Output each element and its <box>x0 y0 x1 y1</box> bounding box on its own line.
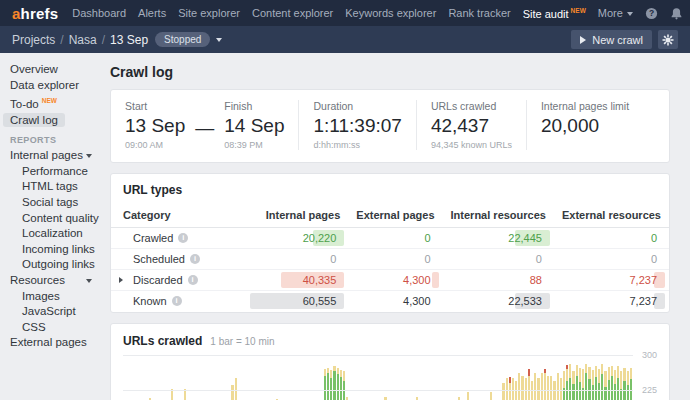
nav-item-alerts[interactable]: Alerts <box>138 7 166 19</box>
bell-icon[interactable] <box>670 7 683 20</box>
cell-value: 22,533 <box>443 291 554 312</box>
chart-bar <box>595 366 597 400</box>
nav-item-keywords-explorer[interactable]: Keywords explorer <box>345 7 436 19</box>
sidebar-item-todo[interactable]: To-doNEW <box>10 93 100 112</box>
chart-bar <box>333 366 335 400</box>
crawl-status-badge[interactable]: Stopped <box>155 32 210 47</box>
chart-bar <box>557 373 559 400</box>
chart-bar <box>566 365 568 400</box>
sidebar-item-css[interactable]: CSS <box>10 320 100 336</box>
chart-bar <box>611 366 613 400</box>
chevron-down-icon <box>86 279 92 283</box>
play-icon <box>580 36 586 44</box>
sidebar-item-internal-pages[interactable]: Internal pages <box>10 148 92 164</box>
col-external-pages: External pages <box>348 205 442 228</box>
y-axis-tick-label: 225 <box>642 385 657 395</box>
chart-bar <box>617 366 619 400</box>
row-label: Discardedi <box>119 274 250 286</box>
chart-bar <box>563 371 565 400</box>
logo-rest: hrefs <box>21 5 59 22</box>
start-finish-dash: — <box>195 117 214 150</box>
sidebar-item-crawl-log[interactable]: Crawl log <box>10 113 100 129</box>
sidebar-item-resources[interactable]: Resources <box>10 273 92 289</box>
settings-button[interactable] <box>658 30 678 49</box>
sidebar-item-images[interactable]: Images <box>10 289 100 305</box>
logo-accent: a <box>12 5 21 22</box>
nav-item-site-explorer[interactable]: Site explorer <box>178 7 240 19</box>
nav-item-content-explorer[interactable]: Content explorer <box>252 7 333 19</box>
chart-bar <box>579 368 581 400</box>
row-label: Scheduledi <box>119 253 250 265</box>
breadcrumb-crawl-date[interactable]: 13 Sep <box>110 33 148 47</box>
cell-value: 0 <box>554 228 669 249</box>
chart-note: 1 bar = 10 min <box>210 336 274 347</box>
stat-duration: Duration 1:11:39:07 d:hh:mm:ss <box>298 100 415 150</box>
col-external-resources: External resources <box>554 205 669 228</box>
chart-bar <box>343 371 345 400</box>
gear-icon <box>662 34 674 46</box>
chart-bar <box>604 371 606 400</box>
sidebar-item-incoming-links[interactable]: Incoming links <box>10 242 100 258</box>
chart-bar <box>541 373 543 400</box>
chart-bar <box>340 370 342 400</box>
cell-value: 40,335 <box>258 270 349 291</box>
info-icon[interactable]: i <box>172 296 182 306</box>
sidebar-item-javascript[interactable]: JavaScript <box>10 304 100 320</box>
cell-value: 0 <box>554 249 669 270</box>
cell-value: 0 <box>443 249 554 270</box>
chart-bar <box>502 383 504 400</box>
chart-bar <box>630 368 632 400</box>
expand-row-icon[interactable] <box>119 277 123 283</box>
info-icon[interactable]: i <box>178 233 188 243</box>
chart-bar <box>337 368 339 400</box>
info-icon[interactable]: i <box>188 275 198 285</box>
new-crawl-button[interactable]: New crawl <box>571 30 652 49</box>
sidebar-item-html-tags[interactable]: HTML tags <box>10 179 100 195</box>
nav-item-more[interactable]: More <box>598 7 633 19</box>
site-audit-crawl-log-page: ahrefs Dashboard Alerts Site explorer Co… <box>0 0 690 400</box>
breadcrumb-projects[interactable]: Projects <box>12 33 55 47</box>
sidebar-item-overview[interactable]: Overview <box>10 62 100 78</box>
cell-value: 60,555 <box>258 291 349 312</box>
crawl-selector-chevron-icon[interactable] <box>216 38 222 42</box>
nav-item-dashboard[interactable]: Dashboard <box>72 7 126 19</box>
chart-bar <box>509 377 511 400</box>
sidebar-item-external-pages[interactable]: External pages <box>10 335 100 351</box>
row-label: Crawledi <box>119 232 250 244</box>
col-internal-pages: Internal pages <box>258 205 349 228</box>
sidebar-item-data-explorer[interactable]: Data explorer <box>10 78 100 94</box>
sidebar-item-content-quality[interactable]: Content quality <box>10 211 100 227</box>
sidebar-reports-heading: REPORTS <box>10 135 100 145</box>
table-header-row: Category Internal pages External pages I… <box>111 205 669 228</box>
chevron-down-icon <box>86 154 92 158</box>
nav-item-site-audit[interactable]: Site auditNEW <box>523 7 586 20</box>
cell-value: 0 <box>348 228 442 249</box>
sidebar-item-performance[interactable]: Performance <box>10 164 100 180</box>
chart-bar <box>608 367 610 400</box>
chart-bar <box>518 373 520 400</box>
cell-value: 20,220 <box>258 228 349 249</box>
sidebar-item-social-tags[interactable]: Social tags <box>10 195 100 211</box>
breadcrumb-project-name[interactable]: Nasa <box>69 33 97 47</box>
table-row-known: Knowni 60,555 4,300 22,533 7,237 <box>111 291 669 312</box>
stat-finish: Finish 14 Sep 08:39 PM <box>224 100 284 150</box>
sidebar-item-localization[interactable]: Localization <box>10 226 100 242</box>
chart-bar <box>614 370 616 400</box>
chart-bar <box>569 364 571 400</box>
ahrefs-logo[interactable]: ahrefs <box>12 5 58 22</box>
url-types-table: Category Internal pages External pages I… <box>111 205 669 312</box>
table-row-scheduled: Scheduledi 0 0 0 0 <box>111 249 669 270</box>
chart-bar <box>550 376 552 400</box>
cell-value: 7,237 <box>554 291 669 312</box>
chart-bar <box>588 367 590 400</box>
info-icon[interactable]: i <box>190 254 200 264</box>
url-types-panel: URL types Category Internal pages Extern… <box>110 173 670 313</box>
stat-urls-crawled: URLs crawled 42,437 94,345 known URLs <box>416 100 526 150</box>
breadcrumb-separator: / <box>102 33 105 47</box>
chart-bar <box>547 376 549 400</box>
nav-item-rank-tracker[interactable]: Rank tracker <box>448 7 510 19</box>
help-icon[interactable]: ? <box>645 7 658 20</box>
sidebar-item-outgoing-links[interactable]: Outgoing links <box>10 257 100 273</box>
chart-bar <box>490 392 492 400</box>
new-badge: NEW <box>571 7 586 14</box>
